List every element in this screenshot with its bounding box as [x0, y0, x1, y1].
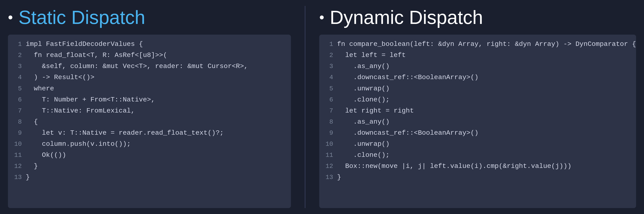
line-content: where	[26, 83, 54, 94]
static-dispatch-code-block: 1impl FastFieldDecoderValues {2 fn read_…	[8, 35, 291, 208]
line-content: &self, column: &mut Vec<T>, reader: &mut…	[26, 61, 248, 72]
static-dispatch-section: • Static Dispatch 1impl FastFieldDecoder…	[8, 6, 291, 208]
code-line: 1impl FastFieldDecoderValues {	[8, 38, 291, 50]
code-line: 7 T::Native: FromLexical,	[8, 105, 291, 116]
line-number: 10	[8, 139, 26, 150]
code-line: 7 let right = right	[319, 105, 636, 116]
line-number: 3	[8, 61, 26, 72]
static-dispatch-heading: • Static Dispatch	[8, 6, 291, 29]
code-line: 9 .downcast_ref::<BooleanArray>()	[319, 127, 636, 138]
code-line: 6 T: Number + From<T::Native>,	[8, 94, 291, 105]
line-number: 6	[8, 95, 26, 105]
dynamic-dispatch-section: • Dynamic Dispatch 1fn compare_boolean(l…	[319, 6, 636, 208]
line-content: let right = right	[337, 105, 414, 116]
line-content: Box::new(move |i, j| left.value(i).cmp(&…	[337, 161, 571, 172]
code-line: 13}	[8, 172, 291, 183]
line-content: }	[337, 172, 341, 183]
main-container: • Static Dispatch 1impl FastFieldDecoder…	[0, 0, 644, 214]
line-number: 9	[319, 128, 337, 138]
code-line: 12 }	[8, 161, 291, 172]
line-number: 12	[319, 161, 337, 172]
line-content: .as_any()	[337, 61, 390, 72]
line-content: T::Native: FromLexical,	[26, 105, 135, 116]
line-content: }	[26, 172, 30, 183]
code-line: 9 let v: T::Native = reader.read_float_t…	[8, 127, 291, 138]
code-line: 3 &self, column: &mut Vec<T>, reader: &m…	[8, 61, 291, 72]
line-content: impl FastFieldDecoderValues {	[26, 38, 143, 50]
line-number: 12	[8, 161, 26, 172]
code-line: 5 .unwrap()	[319, 83, 636, 94]
code-line: 3 .as_any()	[319, 61, 636, 72]
section-divider	[305, 6, 305, 208]
code-line: 2 let left = left	[319, 50, 636, 61]
line-number: 10	[319, 139, 337, 150]
dynamic-bullet: •	[319, 9, 324, 26]
line-number: 7	[8, 106, 26, 116]
code-line: 10 column.push(v.into());	[8, 138, 291, 150]
line-number: 8	[8, 117, 26, 127]
line-number: 4	[8, 72, 26, 83]
line-number: 2	[8, 50, 26, 61]
code-line: 2 fn read_float<T, R: AsRef<[u8]>>(	[8, 50, 291, 61]
code-line: 8 {	[8, 116, 291, 127]
line-content: Ok(())	[26, 150, 66, 161]
code-line: 6 .clone();	[319, 94, 636, 105]
line-number: 6	[319, 95, 337, 105]
code-line: 8 .as_any()	[319, 116, 636, 127]
line-number: 13	[8, 172, 26, 183]
line-content: .clone();	[337, 150, 390, 161]
line-content: let left = left	[337, 50, 406, 61]
line-number: 3	[319, 61, 337, 72]
line-number: 8	[319, 117, 337, 127]
line-content: }	[26, 161, 38, 172]
dynamic-dispatch-title: Dynamic Dispatch	[330, 6, 483, 29]
static-bullet: •	[8, 9, 13, 26]
line-number: 1	[319, 39, 337, 50]
line-content: .as_any()	[337, 116, 390, 127]
line-content: .unwrap()	[337, 83, 390, 94]
dynamic-dispatch-heading: • Dynamic Dispatch	[319, 6, 636, 29]
line-content: let v: T::Native = reader.read_float_tex…	[26, 127, 224, 138]
line-number: 9	[8, 128, 26, 138]
code-line: 10 .unwrap()	[319, 138, 636, 150]
line-number: 7	[319, 106, 337, 116]
line-content: {	[26, 116, 38, 127]
line-content: column.push(v.into());	[26, 138, 131, 150]
code-line: 4 .downcast_ref::<BooleanArray>()	[319, 72, 636, 83]
line-content: fn compare_boolean(left: &dyn Array, rig…	[337, 38, 636, 50]
line-number: 11	[319, 150, 337, 161]
code-line: 11 .clone();	[319, 150, 636, 161]
code-line: 13}	[319, 172, 636, 183]
dynamic-dispatch-code-block: 1fn compare_boolean(left: &dyn Array, ri…	[319, 35, 636, 208]
line-content: .unwrap()	[337, 138, 390, 150]
line-content: .clone();	[337, 94, 390, 105]
line-content: T: Number + From<T::Native>,	[26, 94, 155, 105]
line-number: 5	[8, 84, 26, 94]
code-line: 4 ) -> Result<()>	[8, 72, 291, 83]
code-line: 11 Ok(())	[8, 150, 291, 161]
code-line: 1fn compare_boolean(left: &dyn Array, ri…	[319, 38, 636, 50]
line-number: 2	[319, 50, 337, 61]
line-content: fn read_float<T, R: AsRef<[u8]>>(	[26, 50, 167, 61]
line-number: 4	[319, 72, 337, 83]
static-dispatch-title: Static Dispatch	[18, 6, 145, 29]
line-content: .downcast_ref::<BooleanArray>()	[337, 72, 478, 83]
line-content: ) -> Result<()>	[26, 72, 94, 83]
line-number: 5	[319, 84, 337, 94]
code-line: 5 where	[8, 83, 291, 94]
code-line: 12 Box::new(move |i, j| left.value(i).cm…	[319, 161, 636, 172]
line-number: 13	[319, 172, 337, 183]
line-content: .downcast_ref::<BooleanArray>()	[337, 127, 478, 138]
line-number: 11	[8, 150, 26, 161]
line-number: 1	[8, 39, 26, 50]
